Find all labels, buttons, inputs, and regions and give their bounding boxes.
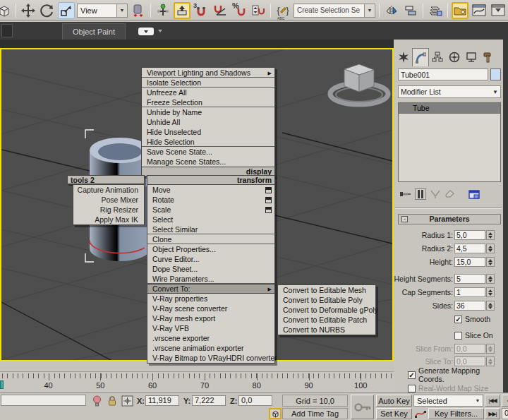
menu-item[interactable]: Select Similar bbox=[147, 224, 274, 234]
menu-item[interactable]: Viewport Lighting and Shadows bbox=[142, 68, 274, 78]
set-key-button[interactable]: Set Key bbox=[376, 408, 412, 419]
current-frame-field[interactable]: 0 bbox=[502, 408, 508, 419]
modifier-list-dropdown[interactable]: Modifier List ▼ bbox=[398, 85, 501, 98]
cap-segments-field[interactable]: 1 bbox=[454, 287, 485, 297]
submenu-item[interactable]: Convert to Deformable gPoly bbox=[278, 305, 375, 315]
height-segments-field[interactable]: 5 bbox=[454, 274, 485, 284]
cube-toggle-icon[interactable] bbox=[269, 408, 282, 419]
menu-item[interactable]: Hide Selection bbox=[142, 137, 274, 147]
set-keys-button[interactable] bbox=[351, 395, 374, 419]
key-filters-button[interactable]: Key Filters... bbox=[428, 408, 484, 419]
height-segments-spinner[interactable] bbox=[486, 274, 495, 284]
tab-utilities-icon[interactable] bbox=[480, 48, 497, 66]
named-selection-sets-dropdown[interactable]: Create Selection Se ▼ bbox=[294, 4, 375, 18]
chevron-down-icon[interactable]: ▼ bbox=[116, 4, 127, 17]
select-and-scale-icon[interactable] bbox=[58, 2, 75, 19]
configure-modifier-sets-icon[interactable] bbox=[468, 190, 480, 199]
submenu-item[interactable]: Convert to NURBS bbox=[278, 325, 375, 335]
y-coordinate-field[interactable]: 7,222 bbox=[192, 395, 226, 406]
previous-frame-button[interactable]: ◀ bbox=[502, 395, 508, 407]
remove-modifier-icon[interactable] bbox=[445, 190, 454, 198]
selection-lock-icon[interactable] bbox=[107, 395, 117, 407]
spinner-snap-icon[interactable] bbox=[250, 2, 267, 19]
use-pivot-point-icon[interactable] bbox=[130, 2, 147, 19]
angle-snap-icon[interactable] bbox=[212, 2, 229, 19]
menu-item[interactable]: Capture Animation bbox=[73, 185, 144, 195]
submenu-item[interactable]: Convert to Editable Poly bbox=[278, 295, 375, 305]
time-slider-edge[interactable] bbox=[0, 380, 4, 389]
menu-item[interactable]: Scale bbox=[147, 205, 274, 215]
submenu-item[interactable]: Convert to Editable Patch bbox=[278, 315, 375, 325]
radius2-spinner[interactable] bbox=[486, 244, 495, 253]
select-and-rotate-icon[interactable] bbox=[39, 2, 56, 19]
menu-item[interactable]: Hide Unselected bbox=[142, 127, 274, 137]
edit-named-selection-sets-icon[interactable]: { } ABC bbox=[274, 2, 291, 19]
quad-header-tools2[interactable]: tools 2 bbox=[67, 175, 145, 184]
select-and-move-icon[interactable] bbox=[20, 2, 37, 19]
absolute-offset-mode-icon[interactable] bbox=[121, 395, 133, 407]
radius2-field[interactable]: 4,5 bbox=[454, 244, 485, 253]
tab-motion-icon[interactable] bbox=[446, 48, 463, 66]
object-color-swatch[interactable] bbox=[490, 68, 501, 80]
menu-item[interactable]: V-Ray scene converter bbox=[147, 304, 274, 313]
menu-item[interactable]: Isolate Selection bbox=[142, 78, 274, 88]
add-time-tag[interactable]: Add Time Tag bbox=[282, 408, 348, 419]
menu-item[interactable]: .vrscene exporter bbox=[147, 333, 274, 343]
radius1-field[interactable]: 5,0 bbox=[454, 230, 485, 240]
menu-item[interactable]: Unfreeze All bbox=[142, 88, 274, 97]
pin-stack-icon[interactable] bbox=[399, 190, 411, 198]
align-icon[interactable] bbox=[402, 2, 419, 19]
height-field[interactable]: 15,0 bbox=[454, 257, 485, 267]
key-filter-scope-dropdown[interactable]: Selected ▼ bbox=[413, 395, 483, 407]
menu-item[interactable]: Select bbox=[147, 215, 274, 224]
schematic-view-icon[interactable] bbox=[490, 2, 507, 19]
menu-item[interactable]: Unhide by Name bbox=[142, 107, 274, 117]
menu-item[interactable]: Unhide All bbox=[142, 117, 274, 127]
radius1-spinner[interactable] bbox=[486, 230, 495, 240]
percent-snap-icon[interactable]: % bbox=[231, 2, 248, 19]
menu-item[interactable]: Wire Parameters... bbox=[147, 274, 274, 284]
auto-key-button[interactable]: Auto Key bbox=[376, 395, 412, 407]
menu-item[interactable]: V-Ray mesh export bbox=[147, 313, 274, 323]
menu-item[interactable]: Dope Sheet... bbox=[147, 264, 274, 274]
modifier-stack[interactable]: Tube bbox=[398, 102, 501, 182]
tab-modify-icon[interactable] bbox=[412, 48, 429, 66]
menu-item[interactable]: Freeze Selection bbox=[142, 97, 274, 107]
menu-item[interactable]: V-Ray Bitmap to VRayHDRI converter bbox=[147, 353, 274, 363]
default-tangent-icon[interactable] bbox=[415, 409, 426, 419]
toggle-ribbon-icon[interactable] bbox=[452, 2, 468, 19]
slice-on-checkbox[interactable] bbox=[454, 332, 462, 340]
submenu-item[interactable]: Convert to Editable Mesh bbox=[278, 285, 375, 295]
menu-item[interactable]: Curve Editor... bbox=[147, 254, 274, 264]
layer-manager-icon[interactable] bbox=[427, 2, 444, 19]
menu-item[interactable]: V-Ray VFB bbox=[147, 323, 274, 333]
chevron-down-icon[interactable]: ▼ bbox=[364, 4, 375, 17]
smooth-checkbox[interactable]: ✓ bbox=[454, 316, 462, 323]
sides-spinner[interactable] bbox=[486, 301, 495, 311]
x-coordinate-field[interactable]: 11,919 bbox=[145, 395, 179, 406]
menu-item[interactable]: Object Properties... bbox=[147, 244, 274, 254]
sides-field[interactable]: 36 bbox=[454, 301, 485, 311]
menu-item[interactable]: Save Scene State... bbox=[142, 147, 274, 157]
snaps-toggle-icon[interactable]: 3 bbox=[193, 2, 210, 19]
mirror-icon[interactable] bbox=[383, 2, 400, 19]
go-to-start-button[interactable]: |◀◀ bbox=[485, 395, 500, 407]
stack-item-tube[interactable]: Tube bbox=[399, 103, 500, 114]
quad-header-transform[interactable]: transform bbox=[147, 176, 274, 185]
menu-item[interactable]: Convert To: bbox=[147, 284, 274, 294]
select-and-manipulate-icon[interactable] bbox=[155, 2, 171, 19]
cap-segments-spinner[interactable] bbox=[486, 287, 495, 297]
menu-item[interactable]: Pose Mixer bbox=[73, 195, 144, 205]
menu-item[interactable]: Move bbox=[147, 185, 274, 195]
curve-editor-icon[interactable] bbox=[471, 2, 488, 19]
generate-mapping-checkbox[interactable]: ✓ bbox=[408, 371, 416, 379]
real-world-checkbox[interactable] bbox=[408, 385, 416, 392]
make-unique-icon[interactable] bbox=[430, 190, 440, 198]
ribbon-options-caret-icon[interactable] bbox=[158, 30, 162, 35]
menu-item[interactable]: Rig Resizer bbox=[73, 205, 144, 215]
maxscript-mini-listener[interactable] bbox=[1, 395, 86, 406]
parameters-rollout-header[interactable]: - Parameters bbox=[398, 214, 501, 224]
tab-display-icon[interactable] bbox=[463, 48, 480, 66]
show-end-result-icon[interactable] bbox=[415, 188, 426, 200]
go-to-end-button[interactable]: ▶▶| bbox=[485, 408, 500, 419]
